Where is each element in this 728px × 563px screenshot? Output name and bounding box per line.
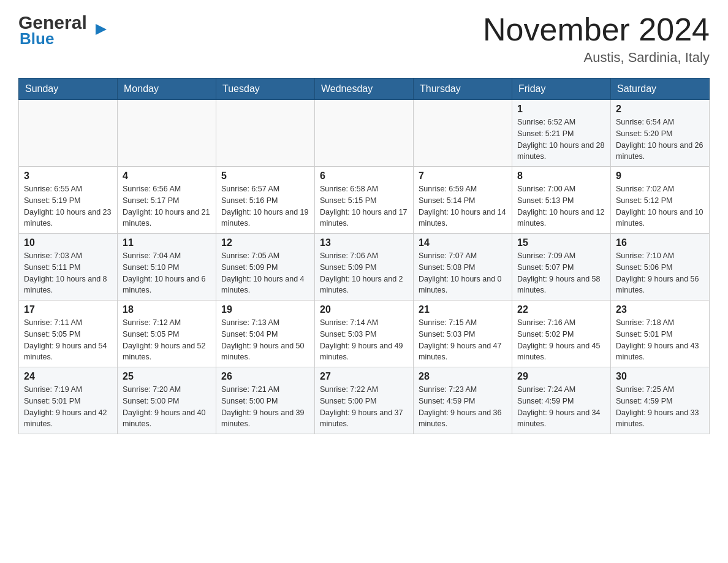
day-info: Sunrise: 6:56 AMSunset: 5:17 PMDaylight:… — [123, 183, 211, 229]
day-number: 2 — [616, 104, 704, 115]
day-number: 27 — [320, 371, 408, 382]
table-row — [414, 100, 512, 167]
calendar-week-row: 1Sunrise: 6:52 AMSunset: 5:21 PMDaylight… — [19, 100, 710, 167]
day-number: 14 — [419, 237, 507, 248]
table-row: 25Sunrise: 7:20 AMSunset: 5:00 PMDayligh… — [118, 367, 216, 434]
calendar-week-row: 10Sunrise: 7:03 AMSunset: 5:11 PMDayligh… — [19, 234, 710, 301]
day-info: Sunrise: 7:20 AMSunset: 5:00 PMDaylight:… — [123, 384, 211, 430]
day-info: Sunrise: 7:14 AMSunset: 5:03 PMDaylight:… — [320, 317, 408, 363]
day-info: Sunrise: 6:54 AMSunset: 5:20 PMDaylight:… — [616, 117, 704, 163]
day-number: 10 — [24, 237, 112, 248]
day-number: 21 — [419, 304, 507, 315]
day-info: Sunrise: 7:21 AMSunset: 5:00 PMDaylight:… — [221, 384, 309, 430]
day-info: Sunrise: 7:07 AMSunset: 5:08 PMDaylight:… — [419, 250, 507, 296]
table-row: 18Sunrise: 7:12 AMSunset: 5:05 PMDayligh… — [118, 301, 216, 367]
day-info: Sunrise: 7:24 AMSunset: 4:59 PMDaylight:… — [517, 384, 605, 430]
day-number: 28 — [419, 371, 507, 382]
table-row: 1Sunrise: 6:52 AMSunset: 5:21 PMDaylight… — [512, 100, 611, 167]
day-number: 8 — [517, 170, 605, 182]
day-number: 18 — [123, 304, 211, 315]
day-info: Sunrise: 7:25 AMSunset: 4:59 PMDaylight:… — [616, 384, 704, 430]
day-info: Sunrise: 7:16 AMSunset: 5:02 PMDaylight:… — [517, 317, 605, 363]
table-row: 2Sunrise: 6:54 AMSunset: 5:20 PMDaylight… — [611, 100, 710, 167]
day-info: Sunrise: 7:10 AMSunset: 5:06 PMDaylight:… — [616, 250, 704, 296]
main-title: November 2024 — [483, 12, 710, 47]
table-row — [315, 100, 414, 167]
table-row: 6Sunrise: 6:58 AMSunset: 5:15 PMDaylight… — [315, 167, 414, 234]
logo-arrow-icon — [94, 23, 108, 36]
table-row: 22Sunrise: 7:16 AMSunset: 5:02 PMDayligh… — [512, 301, 611, 367]
day-number: 30 — [616, 371, 704, 382]
table-row: 11Sunrise: 7:04 AMSunset: 5:10 PMDayligh… — [118, 234, 216, 301]
table-row: 13Sunrise: 7:06 AMSunset: 5:09 PMDayligh… — [315, 234, 414, 301]
calendar-week-row: 17Sunrise: 7:11 AMSunset: 5:05 PMDayligh… — [19, 301, 710, 367]
day-info: Sunrise: 7:03 AMSunset: 5:11 PMDaylight:… — [24, 250, 112, 296]
table-row: 7Sunrise: 6:59 AMSunset: 5:14 PMDaylight… — [414, 167, 512, 234]
day-number: 29 — [517, 371, 605, 382]
calendar-week-row: 3Sunrise: 6:55 AMSunset: 5:19 PMDaylight… — [19, 167, 710, 234]
table-row: 26Sunrise: 7:21 AMSunset: 5:00 PMDayligh… — [216, 367, 315, 434]
day-info: Sunrise: 6:59 AMSunset: 5:14 PMDaylight:… — [419, 183, 507, 229]
day-info: Sunrise: 7:05 AMSunset: 5:09 PMDaylight:… — [221, 250, 309, 296]
table-row: 14Sunrise: 7:07 AMSunset: 5:08 PMDayligh… — [414, 234, 512, 301]
day-number: 13 — [320, 237, 408, 248]
day-info: Sunrise: 7:19 AMSunset: 5:01 PMDaylight:… — [24, 384, 112, 430]
logo: General Blue — [18, 12, 94, 48]
table-row: 10Sunrise: 7:03 AMSunset: 5:11 PMDayligh… — [19, 234, 118, 301]
table-row: 17Sunrise: 7:11 AMSunset: 5:05 PMDayligh… — [19, 301, 118, 367]
day-info: Sunrise: 6:57 AMSunset: 5:16 PMDaylight:… — [221, 183, 309, 229]
header-saturday: Saturday — [611, 79, 710, 100]
table-row: 16Sunrise: 7:10 AMSunset: 5:06 PMDayligh… — [611, 234, 710, 301]
table-row — [19, 100, 118, 167]
day-number: 11 — [123, 237, 211, 248]
header-sunday: Sunday — [19, 79, 118, 100]
day-number: 6 — [320, 170, 408, 182]
header-thursday: Thursday — [414, 79, 512, 100]
day-number: 24 — [24, 371, 112, 382]
header-wednesday: Wednesday — [315, 79, 414, 100]
table-row — [216, 100, 315, 167]
day-info: Sunrise: 6:52 AMSunset: 5:21 PMDaylight:… — [517, 117, 605, 163]
table-row: 4Sunrise: 6:56 AMSunset: 5:17 PMDaylight… — [118, 167, 216, 234]
subtitle: Austis, Sardinia, Italy — [483, 50, 710, 66]
day-number: 9 — [616, 170, 704, 182]
table-row: 29Sunrise: 7:24 AMSunset: 4:59 PMDayligh… — [512, 367, 611, 434]
day-number: 7 — [419, 170, 507, 182]
table-row: 27Sunrise: 7:22 AMSunset: 5:00 PMDayligh… — [315, 367, 414, 434]
day-number: 22 — [517, 304, 605, 315]
table-row: 28Sunrise: 7:23 AMSunset: 4:59 PMDayligh… — [414, 367, 512, 434]
day-number: 25 — [123, 371, 211, 382]
header-tuesday: Tuesday — [216, 79, 315, 100]
day-info: Sunrise: 7:04 AMSunset: 5:10 PMDaylight:… — [123, 250, 211, 296]
day-info: Sunrise: 6:58 AMSunset: 5:15 PMDaylight:… — [320, 183, 408, 229]
table-row: 24Sunrise: 7:19 AMSunset: 5:01 PMDayligh… — [19, 367, 118, 434]
table-row: 12Sunrise: 7:05 AMSunset: 5:09 PMDayligh… — [216, 234, 315, 301]
day-info: Sunrise: 6:55 AMSunset: 5:19 PMDaylight:… — [24, 183, 112, 229]
calendar-week-row: 24Sunrise: 7:19 AMSunset: 5:01 PMDayligh… — [19, 367, 710, 434]
day-number: 23 — [616, 304, 704, 315]
day-number: 5 — [221, 170, 309, 182]
day-number: 20 — [320, 304, 408, 315]
title-area: November 2024 Austis, Sardinia, Italy — [483, 12, 710, 66]
day-number: 19 — [221, 304, 309, 315]
page-header: General Blue November 2024 Austis, Sardi… — [18, 12, 710, 66]
table-row: 15Sunrise: 7:09 AMSunset: 5:07 PMDayligh… — [512, 234, 611, 301]
day-info: Sunrise: 7:13 AMSunset: 5:04 PMDaylight:… — [221, 317, 309, 363]
table-row: 21Sunrise: 7:15 AMSunset: 5:03 PMDayligh… — [414, 301, 512, 367]
day-number: 3 — [24, 170, 112, 182]
day-number: 1 — [517, 104, 605, 115]
day-info: Sunrise: 7:09 AMSunset: 5:07 PMDaylight:… — [517, 250, 605, 296]
day-info: Sunrise: 7:12 AMSunset: 5:05 PMDaylight:… — [123, 317, 211, 363]
table-row: 19Sunrise: 7:13 AMSunset: 5:04 PMDayligh… — [216, 301, 315, 367]
day-number: 16 — [616, 237, 704, 248]
day-info: Sunrise: 7:18 AMSunset: 5:01 PMDaylight:… — [616, 317, 704, 363]
day-info: Sunrise: 7:15 AMSunset: 5:03 PMDaylight:… — [419, 317, 507, 363]
table-row — [118, 100, 216, 167]
table-row: 9Sunrise: 7:02 AMSunset: 5:12 PMDaylight… — [611, 167, 710, 234]
day-info: Sunrise: 7:02 AMSunset: 5:12 PMDaylight:… — [616, 183, 704, 229]
header-monday: Monday — [118, 79, 216, 100]
day-info: Sunrise: 7:06 AMSunset: 5:09 PMDaylight:… — [320, 250, 408, 296]
svg-marker-0 — [96, 24, 107, 35]
table-row: 8Sunrise: 7:00 AMSunset: 5:13 PMDaylight… — [512, 167, 611, 234]
day-number: 26 — [221, 371, 309, 382]
